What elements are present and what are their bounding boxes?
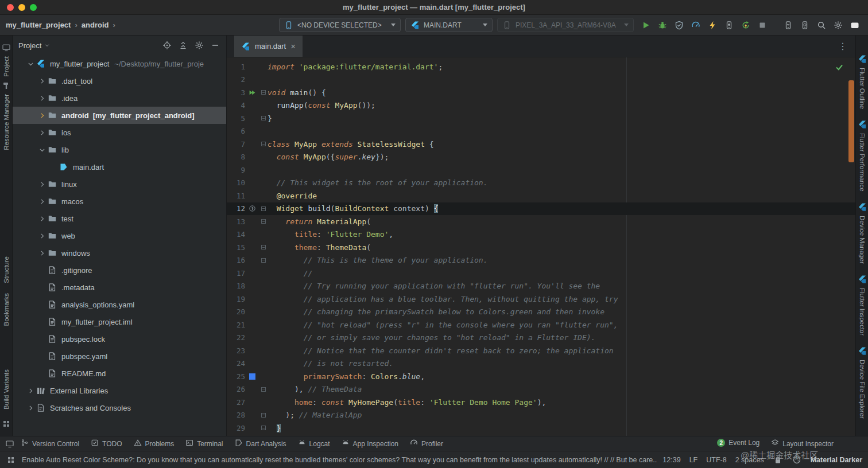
hide-panel-button[interactable] [210,40,220,50]
fold-marker[interactable] [259,219,268,224]
fold-marker[interactable] [259,258,268,263]
code-line-22[interactable]: 22 // or simply save your changes to "ho… [227,332,855,345]
zoom-window-button[interactable] [30,4,37,11]
debug-button[interactable] [655,18,670,33]
run-with-coverage-button[interactable] [672,18,687,33]
tab-options-button[interactable]: ⋮ [838,41,847,52]
window-toggle-icon[interactable] [6,455,16,465]
chevron-right-icon[interactable] [37,215,47,223]
chevron-right-icon[interactable] [37,181,47,188]
code-line-23[interactable]: 23 // Notice that the counter didn't res… [227,344,855,357]
tool-monitor-icon[interactable] [2,43,11,52]
tree-item-my-flutter-project[interactable]: my_flutter_project~/Desktop/my_flutter_p… [13,55,226,72]
panel-settings-button[interactable] [194,40,204,50]
tree-item-metadata[interactable]: .metadata [13,279,226,296]
toolwindow-profiler[interactable]: Profiler [404,436,449,451]
code-line-26[interactable]: 26 ), // ThemeData [227,383,855,396]
chevron-down-icon[interactable] [25,60,36,68]
tool-stripe-device-manager[interactable]: Device Manager [857,198,868,264]
tool-stripe-flutter-performance[interactable]: Flutter Performance [857,116,868,192]
code-line-18[interactable]: 18 // Try running your application with … [227,280,855,293]
fold-marker[interactable] [259,245,268,249]
code-line-4[interactable]: 4 runApp(const MyApp()); [227,99,855,112]
tool-stripe-resource-manager[interactable]: Resource Manager [1,94,12,150]
code-line-10[interactable]: 10 // This widget is the root of your ap… [227,177,855,190]
search-everywhere-button[interactable] [814,18,829,33]
code-line-27[interactable]: 27 home: const MyHomePage(title: 'Flutte… [227,396,855,409]
avd-selector-dropdown[interactable]: PIXEL_3A_API_33_ARM64-V8A [497,18,634,32]
hot-reload-button[interactable] [738,18,753,33]
toolwindow-version-control[interactable]: Version Control [15,436,85,451]
code-line-19[interactable]: 19 // application has a blue toolbar. Th… [227,292,855,306]
code-line-24[interactable]: 24 // is not restarted. [227,357,855,370]
encoding-widget[interactable]: UTF-8 [706,456,726,464]
editor-scrollbar[interactable] [848,80,854,162]
run-config-dropdown[interactable]: MAIN.DART [405,18,493,32]
close-tab-icon[interactable]: × [290,42,296,50]
tool-grid-icon[interactable] [2,419,11,428]
quick-access-icon[interactable] [5,439,15,449]
flutter-attach-button[interactable] [705,18,720,33]
device-selector-dropdown[interactable]: <NO DEVICE SELECTED> [279,18,401,32]
tree-item-scratches-and-consoles[interactable]: Scratches and Consoles [13,399,226,416]
code-line-3[interactable]: 3void main() { [227,86,855,99]
toolwindow-logcat[interactable]: Logcat [292,436,336,451]
chevron-right-icon[interactable] [37,249,47,257]
settings-button[interactable] [831,18,846,33]
code-line-1[interactable]: 1import 'package:flutter/material.dart'; [227,60,855,73]
code-line-2[interactable]: 2 [227,73,855,87]
code-line-29[interactable]: 29 } [227,422,855,435]
code-line-14[interactable]: 14 title: 'Flutter Demo', [227,228,855,241]
tree-item-ios[interactable]: ios [13,124,226,141]
breadcrumb-my-flutter-project[interactable]: my_flutter_project [6,21,71,29]
chevron-right-icon[interactable] [37,129,47,136]
chevron-right-icon[interactable] [37,232,47,240]
code-line-28[interactable]: 28 ); // MaterialApp [227,409,855,422]
chevron-right-icon[interactable] [37,112,47,119]
code-line-12[interactable]: 12 Widget build(BuildContext context) { [227,202,855,216]
code-line-7[interactable]: 7class MyApp extends StatelessWidget { [227,138,855,151]
fold-marker[interactable] [259,90,268,95]
code-line-21[interactable]: 21 // "hot reload" (press "r" in the con… [227,318,855,332]
tree-item-gitignore[interactable]: .gitignore [13,262,226,279]
run-button[interactable] [638,18,653,33]
toolwindow-layout-inspector[interactable]: Layout Inspector [765,439,839,448]
toolwindow-dart-analysis[interactable]: Dart Analysis [229,436,292,451]
tree-item-windows[interactable]: windows [13,244,226,262]
breadcrumb-android[interactable]: android [82,21,109,29]
profile-app-button[interactable] [688,18,703,33]
override-gutter-icon[interactable] [245,205,259,212]
code-line-20[interactable]: 20 // changing the primarySwatch below t… [227,306,855,319]
status-message[interactable]: Enable Auto Reset Color Scheme?: Do you … [22,456,657,464]
toolwindow-event-log[interactable]: 2Event Log [711,439,765,447]
tool-stripe-project[interactable]: Project [1,56,12,77]
locate-file-button[interactable] [162,40,172,50]
code-line-15[interactable]: 15 theme: ThemeData( [227,241,855,254]
analysis-ok-icon[interactable] [835,63,844,72]
tool-stripe-device-file-explorer[interactable]: Device File Explorer [857,342,868,419]
code-editor[interactable]: 1import 'package:flutter/material.dart';… [227,57,855,436]
device-manager-button[interactable] [781,18,796,33]
tree-item-lib[interactable]: lib [13,141,226,158]
toolwindow-problems[interactable]: Problems [128,436,180,451]
collapse-all-button[interactable] [178,40,188,50]
tree-item-linux[interactable]: linux [13,176,226,193]
fold-marker[interactable] [259,413,268,418]
tree-item-dart-tool[interactable]: .dart_tool [13,72,226,89]
minimize-window-button[interactable] [18,4,25,11]
attach-debugger-button[interactable] [722,18,737,33]
tree-item-pubspec-lock[interactable]: pubspec.lock [13,330,226,348]
code-line-9[interactable]: 9 [227,163,855,177]
tree-item-external-libraries[interactable]: External Libraries [13,382,226,399]
tree-item-pubspec-yaml[interactable]: pubspec.yaml [13,348,226,365]
chevron-right-icon[interactable] [25,404,36,412]
code-line-5[interactable]: 5} [227,112,855,125]
code-line-8[interactable]: 8 const MyApp({super.key}); [227,151,855,164]
line-separator-widget[interactable]: LF [689,456,698,464]
tool-stripe-flutter-inspector[interactable]: Flutter Inspector [857,271,868,336]
code-line-11[interactable]: 11 @override [227,189,855,202]
chevron-right-icon[interactable] [37,198,47,205]
toolwindow-todo[interactable]: TODO [85,436,127,451]
tool-stripe-flutter-outline[interactable]: Flutter Outline [857,50,868,109]
stop-button[interactable] [755,18,770,33]
